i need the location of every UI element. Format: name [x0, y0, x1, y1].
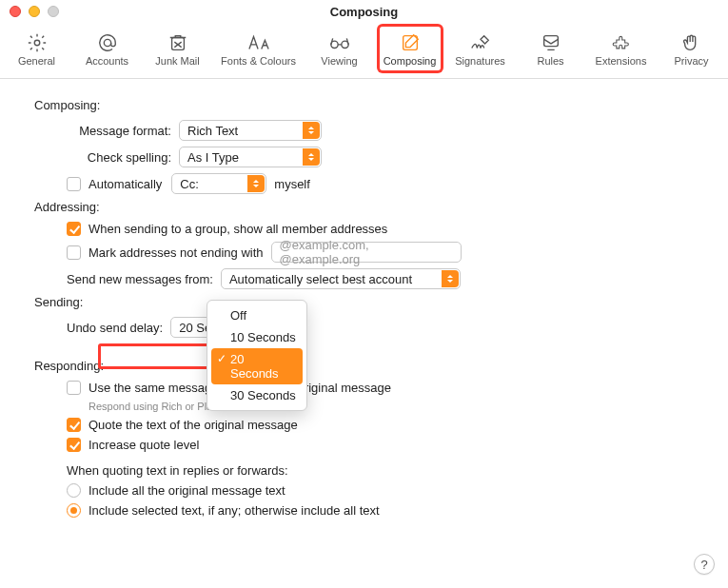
myself-label: myself [274, 177, 310, 191]
send-from-select[interactable]: Automatically select best account [221, 268, 461, 289]
group-addresses-checkbox[interactable] [67, 222, 81, 236]
increase-quote-checkbox[interactable] [67, 438, 81, 452]
tab-label: Extensions [596, 55, 647, 67]
same-format-checkbox[interactable] [67, 381, 81, 395]
include-selected-radio[interactable] [67, 503, 81, 518]
section-sending: Sending: [34, 295, 694, 309]
increase-quote-label: Increase quote level [89, 438, 199, 452]
tab-signatures[interactable]: Signatures [450, 27, 511, 70]
gear-icon [27, 30, 48, 55]
row-same-format: Use the same message format as the origi… [34, 381, 694, 395]
font-icon [246, 30, 271, 55]
tab-fonts-colours[interactable]: Fonts & Colours [218, 27, 300, 70]
tab-junkmail[interactable]: Junk Mail [148, 27, 208, 70]
chevron-updown-icon [303, 148, 320, 166]
window-title: Composing [0, 5, 728, 19]
rules-icon [541, 30, 561, 55]
chevron-updown-icon [303, 122, 320, 139]
tab-label: Composing [384, 55, 437, 67]
row-group-addresses: When sending to a group, show all member… [34, 222, 694, 236]
row-undo-send-delay: Undo send delay: 20 Seconds [34, 317, 694, 338]
section-responding: Responding: [34, 359, 694, 373]
puzzle-icon [611, 30, 632, 55]
row-include-all: Include all the original message text [34, 483, 694, 498]
glasses-icon [327, 30, 352, 55]
tab-composing[interactable]: Composing [380, 27, 441, 70]
window-controls [0, 6, 59, 17]
group-addresses-label: When sending to a group, show all member… [89, 222, 387, 236]
menu-item-off[interactable]: Off [207, 304, 306, 326]
tab-privacy[interactable]: Privacy [661, 27, 722, 70]
row-increase-quote: Increase quote level [34, 438, 694, 452]
mark-addresses-label: Mark addresses not ending with [89, 245, 264, 260]
message-format-label: Message format: [67, 124, 171, 138]
check-spelling-select[interactable]: As I Type [179, 147, 322, 167]
tab-label: General [18, 55, 55, 67]
help-icon: ? [700, 558, 707, 572]
signature-icon [469, 30, 492, 55]
select-value: Automatically select best account [229, 272, 412, 286]
section-composing: Composing: [34, 98, 694, 112]
select-value: Rich Text [187, 124, 238, 138]
tab-label: Privacy [674, 55, 708, 67]
include-selected-label: Include selected text, if any; otherwise… [89, 503, 380, 518]
quote-text-label: Quote the text of the original message [89, 418, 298, 432]
svg-point-1 [104, 39, 110, 46]
compose-icon [400, 30, 421, 55]
row-automatically-cc: Automatically Cc: myself [34, 173, 694, 194]
menu-item-10s[interactable]: 10 Seconds [207, 326, 306, 348]
tab-label: Rules [537, 55, 563, 67]
row-include-selected: Include selected text, if any; otherwise… [34, 503, 694, 518]
minimize-button[interactable] [29, 6, 40, 17]
input-placeholder: @example.com, @example.org [280, 238, 453, 266]
mark-addresses-checkbox[interactable] [67, 245, 81, 260]
tab-extensions[interactable]: Extensions [591, 27, 652, 70]
preferences-content: Composing: Message format: Rich Text Che… [0, 79, 728, 518]
select-value: Cc: [180, 177, 199, 191]
tab-label: Junk Mail [155, 55, 199, 67]
cc-select[interactable]: Cc: [171, 173, 266, 194]
tab-rules[interactable]: Rules [521, 27, 581, 70]
check-spelling-label: Check spelling: [67, 150, 171, 165]
row-quote-text: Quote the text of the original message [34, 418, 694, 432]
tab-label: Signatures [455, 55, 505, 67]
include-all-label: Include all the original message text [89, 483, 285, 498]
section-addressing: Addressing: [34, 200, 694, 214]
undo-send-delay-label: Undo send delay: [67, 321, 163, 335]
same-format-hint: Respond using Rich or Plain Text [89, 401, 694, 412]
titlebar: Composing [0, 0, 728, 23]
at-icon [97, 30, 118, 55]
svg-point-0 [34, 40, 40, 46]
hand-icon [681, 30, 702, 55]
tab-label: Viewing [321, 55, 357, 67]
trash-icon [167, 30, 188, 55]
quote-text-checkbox[interactable] [67, 418, 81, 432]
send-from-label: Send new messages from: [67, 272, 213, 286]
tab-viewing[interactable]: Viewing [309, 27, 370, 70]
row-message-format: Message format: Rich Text [34, 120, 694, 141]
include-all-radio[interactable] [67, 483, 81, 498]
automatically-label: Automatically [89, 177, 162, 191]
tab-accounts[interactable]: Accounts [77, 27, 138, 70]
tab-label: Accounts [86, 55, 128, 67]
row-send-from: Send new messages from: Automatically se… [34, 268, 694, 289]
tab-label: Fonts & Colours [221, 55, 296, 67]
menu-item-30s[interactable]: 30 Seconds [207, 384, 306, 406]
row-check-spelling: Check spelling: As I Type [34, 147, 694, 167]
chevron-updown-icon [247, 175, 265, 192]
mark-addresses-input[interactable]: @example.com, @example.org [271, 242, 462, 263]
zoom-button[interactable] [48, 6, 59, 17]
preferences-toolbar: General Accounts Junk Mail Fonts & Colou… [0, 23, 728, 79]
row-mark-addresses: Mark addresses not ending with @example.… [34, 242, 694, 263]
close-button[interactable] [10, 6, 21, 17]
undo-send-delay-menu[interactable]: Off 10 Seconds 20 Seconds 30 Seconds [207, 300, 307, 411]
message-format-select[interactable]: Rich Text [179, 120, 322, 141]
when-quoting-label: When quoting text in replies or forwards… [34, 463, 694, 478]
help-button[interactable]: ? [694, 554, 715, 575]
tab-general[interactable]: General [7, 27, 68, 70]
menu-item-20s[interactable]: 20 Seconds [211, 348, 303, 384]
svg-rect-2 [171, 38, 184, 50]
automatically-checkbox[interactable] [67, 177, 81, 191]
chevron-updown-icon [442, 270, 459, 287]
select-value: As I Type [187, 150, 239, 165]
